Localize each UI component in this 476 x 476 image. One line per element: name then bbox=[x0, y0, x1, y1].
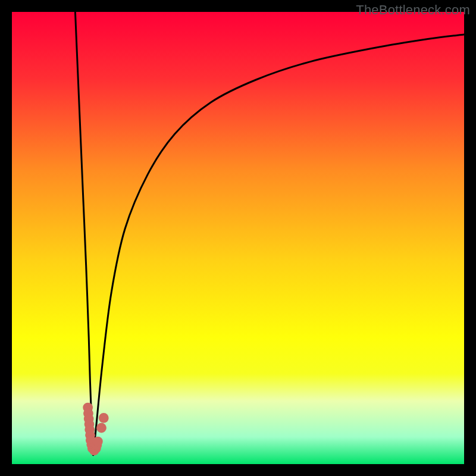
marker-dot bbox=[93, 437, 103, 447]
chart-svg bbox=[12, 12, 464, 464]
plot-area bbox=[12, 12, 464, 464]
marker-dot bbox=[96, 423, 107, 433]
watermark-text: TheBottleneck.com bbox=[356, 2, 470, 18]
chart-frame: { "watermark": "TheBottleneck.com", "col… bbox=[0, 0, 476, 476]
marker-dot bbox=[99, 413, 109, 423]
gradient-background bbox=[12, 12, 464, 464]
